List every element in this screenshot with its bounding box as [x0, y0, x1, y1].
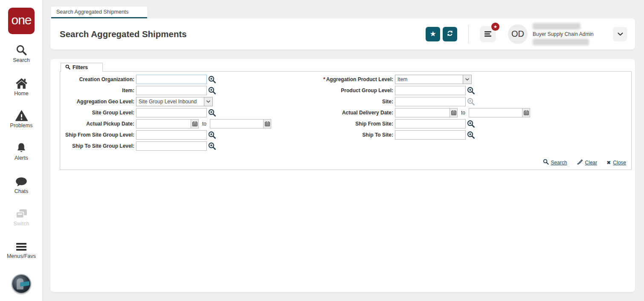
- field-label: Ship To Site:: [319, 132, 395, 138]
- creation-organization-input[interactable]: [136, 75, 207, 84]
- sidebar-item-switch: Switch: [0, 207, 43, 227]
- chevron-down-icon: [618, 31, 623, 37]
- sidebar-label: Search: [0, 57, 43, 63]
- tab-search-aggregated-shipments[interactable]: Search Aggregated Shipments: [51, 6, 147, 18]
- actual-pickup-date-from-input[interactable]: [136, 119, 191, 129]
- sidebar: one Search Home Problems Alerts Chats: [0, 0, 43, 301]
- aggregation-product-level-select[interactable]: Item: [395, 75, 472, 84]
- close-link[interactable]: ✖ Close: [606, 160, 626, 166]
- bell-icon: [0, 142, 43, 154]
- field-label: Site Group Level:: [60, 110, 136, 116]
- calendar-icon[interactable]: [522, 108, 530, 117]
- tab-filters[interactable]: Filters: [61, 63, 103, 72]
- robot-visor-shape: [20, 281, 29, 286]
- required-marker: *: [323, 76, 325, 82]
- site-input[interactable]: [395, 97, 466, 106]
- home-icon: [0, 77, 43, 89]
- field-row-creation-organization: Creation Organization:: [60, 75, 319, 84]
- badge-star-icon: ★: [493, 24, 497, 29]
- search-icon: [0, 44, 43, 56]
- calendar-icon[interactable]: [450, 108, 458, 117]
- date-range-separator: to: [202, 121, 206, 127]
- user-initials: OD: [511, 29, 524, 39]
- close-link-label: Close: [613, 160, 626, 166]
- field-row-actual-delivery-date: Actual Delivery Date: to: [319, 108, 626, 117]
- field-row-actual-pickup-date: Actual Pickup Date: to: [60, 119, 319, 129]
- user-role: Buyer Supply Chain Admin: [533, 31, 602, 37]
- sidebar-item-problems[interactable]: Problems: [0, 109, 43, 129]
- star-icon: ★: [429, 30, 436, 38]
- brush-icon: [577, 158, 583, 167]
- field-row-ship-to-site: Ship To Site:: [319, 130, 626, 140]
- list-icon: [484, 30, 491, 38]
- header-divider: [468, 25, 469, 44]
- filters-tab-label: Filters: [73, 64, 88, 70]
- lookup-magnifier-icon[interactable]: [208, 142, 216, 150]
- sidebar-item-search[interactable]: Search: [0, 44, 43, 63]
- clear-link-label: Clear: [585, 160, 598, 166]
- field-row-item: Item:: [60, 86, 319, 95]
- field-row-ship-from-site: Ship From Site:: [319, 119, 626, 129]
- user-menu-button[interactable]: [613, 27, 627, 41]
- field-label: Creation Organization:: [60, 76, 136, 82]
- field-row-aggregation-geo-level: Aggregation Geo Level: Site Group Level …: [60, 97, 319, 106]
- lookup-magnifier-icon[interactable]: [208, 109, 216, 117]
- ship-to-site-input[interactable]: [395, 130, 466, 140]
- neo-assistant-icon[interactable]: [12, 274, 31, 294]
- actual-pickup-date-to-input[interactable]: [210, 119, 263, 129]
- sidebar-label: Switch: [0, 221, 43, 227]
- lookup-magnifier-icon[interactable]: [467, 87, 475, 94]
- aggregation-geo-level-select[interactable]: Site Group Level Inbound: [136, 97, 213, 106]
- sidebar-item-menus-favs[interactable]: Menus/Favs: [0, 240, 43, 259]
- lookup-magnifier-icon[interactable]: [467, 120, 475, 128]
- favorite-button[interactable]: ★: [426, 27, 440, 41]
- select-value: Item: [395, 76, 463, 82]
- warning-triangle-icon: [0, 109, 43, 121]
- clear-link[interactable]: Clear: [577, 158, 598, 167]
- actual-delivery-date-from-input[interactable]: [395, 108, 450, 117]
- field-label: Actual Delivery Date:: [319, 110, 395, 116]
- one-logo[interactable]: one: [8, 8, 35, 34]
- sidebar-item-home[interactable]: Home: [0, 77, 43, 96]
- chevron-down-icon: [204, 97, 212, 106]
- lookup-magnifier-icon[interactable]: [467, 131, 475, 139]
- filters-form: Creation Organization: Item:: [60, 71, 632, 170]
- date-range-separator: to: [461, 110, 465, 116]
- item-input[interactable]: [136, 86, 207, 95]
- lookup-magnifier-icon[interactable]: [208, 76, 216, 83]
- calendar-icon[interactable]: [191, 119, 199, 129]
- lookup-magnifier-icon[interactable]: [208, 131, 216, 139]
- lookup-magnifier-icon[interactable]: [208, 87, 216, 94]
- product-group-level-input[interactable]: [395, 86, 466, 95]
- notifications-menu-button[interactable]: ★: [480, 26, 496, 42]
- actual-delivery-date-to-input[interactable]: [469, 108, 522, 117]
- calendar-icon[interactable]: [263, 119, 271, 129]
- field-label: Item:: [60, 88, 136, 94]
- chat-bubble-icon: [0, 175, 43, 187]
- filters-magnifier-icon: [65, 64, 70, 71]
- field-row-ship-from-site-group-level: Ship From Site Group Level:: [60, 130, 319, 140]
- ship-from-site-input[interactable]: [395, 119, 466, 129]
- ship-from-site-group-level-input[interactable]: [136, 130, 207, 140]
- sidebar-label: Chats: [0, 188, 43, 194]
- site-group-level-input[interactable]: [136, 108, 207, 117]
- page-header: Search Aggregated Shipments ★ ★ OD Buyer…: [50, 18, 635, 50]
- filters-left-column: Creation Organization: Item:: [60, 75, 319, 152]
- refresh-button[interactable]: [443, 27, 457, 41]
- field-row-ship-to-site-group-level: Ship To Site Group Level:: [60, 141, 319, 151]
- field-row-product-group-level: Product Group Level:: [319, 86, 626, 95]
- search-icon: [543, 159, 549, 167]
- search-link[interactable]: Search: [543, 159, 567, 167]
- sidebar-item-chats[interactable]: Chats: [0, 175, 43, 194]
- field-label: Ship To Site Group Level:: [60, 143, 136, 149]
- user-avatar[interactable]: OD: [508, 24, 528, 44]
- ship-to-site-group-level-input[interactable]: [136, 141, 207, 151]
- user-org-redacted: [533, 39, 589, 45]
- field-label: Actual Pickup Date:: [60, 121, 136, 127]
- switch-windows-icon: [0, 207, 43, 219]
- filter-actions: Search Clear ✖ Close: [543, 158, 626, 167]
- sidebar-item-alerts[interactable]: Alerts: [0, 142, 43, 161]
- sidebar-label: Menus/Favs: [0, 253, 43, 259]
- sidebar-label: Problems: [0, 123, 43, 129]
- one-logo-text: one: [11, 13, 31, 27]
